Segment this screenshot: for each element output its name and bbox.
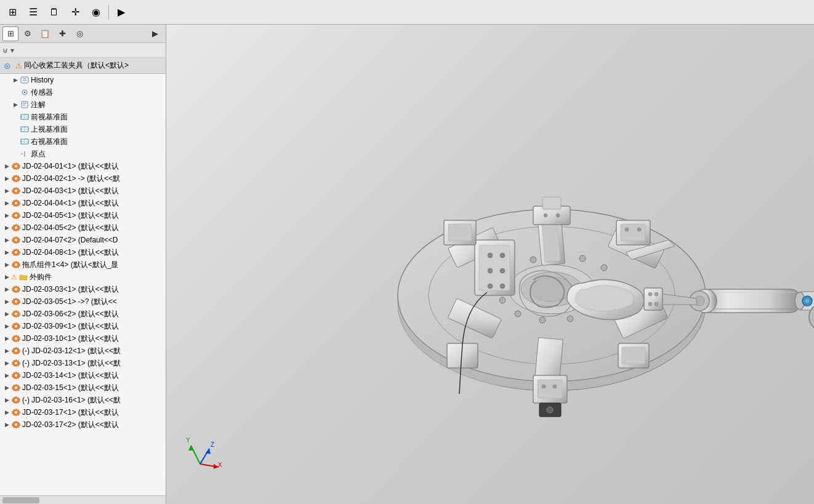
tree-expand-arrow[interactable]: ▶ — [2, 174, 11, 183]
tree-item[interactable]: ▶JD-02-03-09<1> (默认<<默认 — [0, 320, 166, 332]
tree-expand-arrow[interactable]: ▶ — [2, 186, 11, 195]
tree-expand-arrow[interactable]: ▶ — [2, 297, 11, 306]
tree-expand-arrow[interactable]: ▶ — [2, 223, 11, 232]
tree-expand-arrow[interactable]: ▶ — [11, 76, 20, 84]
tree-item[interactable]: ▶JD-02-04-04<1> (默认<<默认 — [0, 197, 166, 209]
tree-item[interactable]: ▶(-) JD-02-03-13<1> (默认<<默 — [0, 357, 166, 369]
toolbar-target-btn[interactable]: ◉ — [86, 3, 106, 22]
tree-expand-arrow[interactable]: ▶ — [2, 248, 11, 257]
tree-expand-arrow[interactable]: ▶ — [11, 100, 20, 109]
tree-expand-arrow[interactable] — [11, 150, 20, 158]
tab-add-feature[interactable]: ✚ — [54, 26, 70, 41]
hscroll-thumb[interactable] — [2, 497, 39, 503]
svg-point-77 — [601, 265, 607, 271]
toolbar-list-btn[interactable]: ☰ — [23, 3, 43, 22]
tree-item-label: (-) JD-02-03-12<1> (默认<<默 — [22, 346, 121, 356]
tree-item[interactable]: ▶History — [0, 74, 166, 86]
toolbar-add-btn[interactable]: ✛ — [65, 3, 85, 22]
tree-item[interactable]: ▶⚠外购件 — [0, 271, 166, 283]
tree-item-label: JD-02-04-08<1> (默认<<默认 — [22, 247, 119, 258]
svg-point-38 — [15, 288, 18, 291]
tree-item-icon — [20, 100, 30, 110]
tree-expand-arrow[interactable] — [11, 113, 20, 121]
tree-expand-arrow[interactable]: ▶ — [2, 211, 11, 220]
tree-item[interactable]: ▶JD-02-03-14<1> (默认<<默认 — [0, 369, 166, 382]
tree-item-label: JD-02-03-09<1> (默认<<默认 — [22, 321, 119, 332]
tree-item[interactable]: ▶JD-02-03-17<2> (默认<<默认 — [0, 418, 166, 431]
tab-config[interactable]: 📋 — [37, 26, 53, 41]
toolbar-more-btn[interactable]: ▶ — [111, 3, 131, 22]
tree-item[interactable]: ▶JD-02-04-05<1> (默认<<默认 — [0, 209, 166, 222]
tree-item-label: 传感器 — [31, 87, 53, 98]
3d-viewport[interactable]: Y X Z — [166, 25, 814, 504]
feature-tree-body[interactable]: ▶History传感器▶注解前视基准面上视基准面右视基准面原点▶JD-02-04… — [0, 74, 166, 495]
tree-expand-arrow[interactable] — [11, 125, 20, 134]
svg-point-24 — [15, 190, 18, 193]
tree-item-label: 上视基准面 — [31, 124, 68, 135]
tree-item[interactable]: ▶JD-02-04-07<2> (Default<<D — [0, 234, 166, 246]
tree-expand-arrow[interactable]: ▶ — [2, 162, 11, 170]
tree-item[interactable]: ▶JD-02-03-03<1> (默认<<默认 — [0, 283, 166, 295]
tree-root-header[interactable]: ⊛ ⚠ 同心收紧工装夹具（默认<默认> — [0, 58, 166, 74]
svg-point-122 — [805, 298, 810, 303]
tab-feature-tree[interactable]: ⊞ — [2, 26, 18, 41]
tree-expand-arrow[interactable]: ▶ — [2, 334, 11, 343]
tree-item-icon — [11, 420, 21, 430]
svg-rect-116 — [644, 288, 663, 310]
tree-expand-arrow[interactable]: ▶ — [2, 396, 11, 404]
tree-item[interactable]: ▶拖爪组件1<4> (默认<默认_显 — [0, 258, 166, 271]
tree-item[interactable]: 右视基准面 — [0, 135, 166, 148]
tree-item[interactable]: ▶JD-02-03-06<2> (默认<<默认 — [0, 308, 166, 320]
tree-item[interactable]: ▶JD-02-04-05<2> (默认<<默认 — [0, 222, 166, 234]
tree-item[interactable]: ▶JD-02-03-15<1> (默认<<默认 — [0, 382, 166, 394]
svg-point-118 — [655, 292, 658, 296]
tree-item[interactable]: ▶JD-02-03-17<1> (默认<<默认 — [0, 406, 166, 418]
tree-item[interactable]: ▶JD-02-04-08<1> (默认<<默认 — [0, 246, 166, 258]
tree-item[interactable]: 上视基准面 — [0, 123, 166, 135]
tree-expand-arrow[interactable]: ▶ — [2, 273, 11, 281]
panel-hscrollbar[interactable] — [0, 495, 166, 504]
tree-item[interactable]: ▶(-) JD-02-03-16<1> (默认<<默 — [0, 394, 166, 406]
tree-expand-arrow[interactable]: ▶ — [2, 322, 11, 330]
tree-expand-arrow[interactable]: ▶ — [2, 199, 11, 207]
filter-arrow[interactable]: ▾ — [10, 46, 14, 55]
tree-expand-arrow[interactable]: ▶ — [2, 420, 11, 429]
tab-more[interactable]: ▶ — [147, 26, 163, 41]
tab-properties[interactable]: ⚙ — [20, 26, 36, 41]
tree-expand-arrow[interactable]: ▶ — [2, 236, 11, 244]
tree-item-icon — [11, 309, 21, 319]
tree-item[interactable]: 原点 — [0, 148, 166, 160]
tree-item[interactable]: 前视基准面 — [0, 111, 166, 123]
tree-expand-arrow[interactable]: ▶ — [2, 260, 11, 269]
3d-model-view[interactable] — [268, 49, 814, 480]
tree-expand-arrow[interactable] — [11, 137, 20, 146]
toolbar-grid-btn[interactable]: ⊞ — [2, 3, 22, 22]
svg-point-120 — [655, 302, 658, 306]
tree-item[interactable]: ▶JD-02-04-03<1> (默认<<默认 — [0, 185, 166, 197]
tree-expand-arrow[interactable]: ▶ — [2, 310, 11, 318]
tree-expand-arrow[interactable]: ▶ — [2, 346, 11, 355]
tree-expand-arrow[interactable]: ▶ — [2, 371, 11, 380]
tree-expand-arrow[interactable]: ▶ — [2, 285, 11, 294]
toolbar-pages-btn[interactable]: 🗒 — [44, 3, 64, 22]
tree-expand-arrow[interactable] — [11, 88, 20, 97]
tree-item[interactable]: ▶JD-02-04-01<1> (默认<<默认 — [0, 160, 166, 172]
tree-expand-arrow[interactable]: ▶ — [2, 408, 11, 417]
tree-item[interactable]: ▶JD-02-03-05<1> ->? (默认<< — [0, 295, 166, 308]
tree-item[interactable]: ▶注解 — [0, 98, 166, 111]
tree-item[interactable]: ▶JD-02-03-10<1> (默认<<默认 — [0, 332, 166, 345]
tree-item-icon — [11, 395, 21, 405]
tree-item[interactable]: ▶(-) JD-02-03-12<1> (默认<<默 — [0, 345, 166, 357]
tree-item-icon — [11, 370, 21, 380]
svg-point-44 — [15, 325, 18, 328]
tab-display[interactable]: ◎ — [71, 26, 87, 41]
tree-expand-arrow[interactable]: ▶ — [2, 359, 11, 367]
svg-point-22 — [15, 177, 18, 180]
svg-point-20 — [15, 165, 18, 168]
filter-icon[interactable]: ⊎ — [2, 46, 8, 55]
tree-item-icon — [11, 198, 21, 208]
tree-item[interactable]: ▶JD-02-04-02<1> -> (默认<<默 — [0, 172, 166, 185]
tree-expand-arrow[interactable]: ▶ — [2, 383, 11, 392]
tree-item-label: 外购件 — [30, 272, 52, 282]
tree-item[interactable]: 传感器 — [0, 86, 166, 98]
